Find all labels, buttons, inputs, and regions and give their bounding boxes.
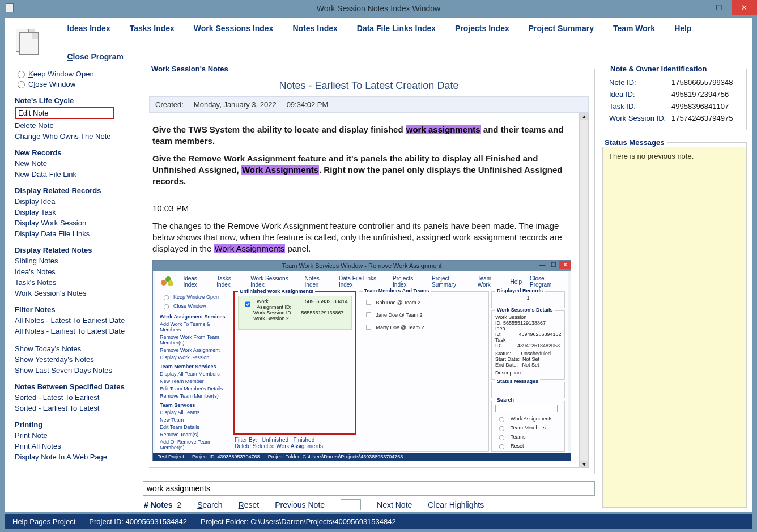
- menu-work-sessions-index[interactable]: Work Sessions Index: [194, 24, 274, 33]
- link-all-latest-earliest[interactable]: All Notes - Latest To Earliest Date: [15, 316, 133, 325]
- created-time: 09:34:02 PM: [287, 100, 329, 109]
- highlight-3: Work Assignments: [214, 244, 285, 253]
- heading-between-dates: Notes Between Specified Dates: [15, 382, 133, 391]
- notes-count-value: 2: [177, 500, 181, 509]
- link-display-data-file-links[interactable]: Display Data File Links: [15, 229, 133, 238]
- menu-help[interactable]: Help: [674, 24, 691, 33]
- status-project-folder: Project Folder: C:\Users\Darren\Projects…: [201, 517, 396, 526]
- menu-notes-index[interactable]: Notes Index: [292, 24, 337, 33]
- heading-related-records: Display Related Records: [15, 186, 133, 195]
- maximize-button[interactable]: ☐: [706, 0, 732, 15]
- title-bar: Work Session Notes Index Window — ☐ ✕: [0, 0, 757, 17]
- link-print-note[interactable]: Print Note: [15, 431, 133, 440]
- window-controls: — ☐ ✕: [681, 0, 757, 15]
- created-date: Monday, January 3, 2022: [194, 100, 277, 109]
- radio-close-window[interactable]: Close Window: [15, 79, 133, 88]
- menu-project-summary[interactable]: Project Summary: [529, 24, 594, 33]
- link-display-note-web[interactable]: Display Note In A Web Page: [15, 453, 133, 461]
- link-print-all-notes[interactable]: Print All Notes: [15, 442, 133, 450]
- window-title: Work Session Notes Index Window: [0, 4, 757, 13]
- menu-ideas-index[interactable]: Ideas Index: [67, 24, 110, 33]
- heading-lifecycle: Note's Life Cycle: [15, 96, 133, 105]
- highlight-2: Work Assignments: [241, 165, 319, 175]
- radio-keep-open[interactable]: Keep Window Open: [15, 69, 133, 78]
- link-edit-note[interactable]: Edit Note: [15, 107, 114, 119]
- right-column: Note & Owner Identification Note ID:1758…: [599, 65, 752, 512]
- link-all-earliest-latest[interactable]: All Notes - Earliest To Latest Date: [15, 327, 133, 335]
- close-button[interactable]: ✕: [732, 0, 757, 15]
- link-display-work-session[interactable]: Display Work Session: [15, 219, 133, 227]
- idea-id-label: Idea ID:: [608, 88, 670, 100]
- time-marker: 10:03 PM: [152, 203, 571, 214]
- notes-count-label: # Notes: [144, 500, 173, 509]
- link-new-note[interactable]: New Note: [15, 159, 133, 168]
- ws-id-value: 175742463794975: [670, 112, 741, 124]
- link-sorted-latest-earliest[interactable]: Sorted - Latest To Earliest: [15, 393, 133, 402]
- link-display-task[interactable]: Display Task: [15, 208, 133, 216]
- link-work-sessions-notes[interactable]: Work Session's Notes: [15, 289, 133, 297]
- status-project-name: Help Pages Project: [12, 517, 75, 526]
- ws-id-label: Work Session ID:: [608, 112, 670, 124]
- search-input[interactable]: [143, 481, 595, 496]
- notes-icon: [16, 29, 39, 56]
- embedded-screenshot: Team Work Services Window - Remove Work …: [152, 260, 571, 461]
- notes-sort-title: Notes - Earliest To Latest Creation Date: [149, 76, 589, 96]
- id-fieldset-legend: Note & Owner Identification: [608, 65, 709, 73]
- app-icon: [6, 3, 14, 12]
- link-change-owner[interactable]: Change Who Owns The Note: [15, 132, 133, 141]
- status-messages-box: There is no previous note.: [602, 147, 746, 508]
- link-display-idea[interactable]: Display Idea: [15, 197, 133, 206]
- link-show-today[interactable]: Show Today's Notes: [15, 344, 133, 353]
- scroll-up-icon[interactable]: ▲: [580, 113, 588, 120]
- created-bar: Created: Monday, January 3, 2022 09:34:0…: [149, 96, 589, 113]
- next-note-button[interactable]: Next Note: [377, 500, 412, 509]
- clear-highlights-button[interactable]: Clear Highlights: [428, 500, 484, 509]
- highlight-1: work assignments: [406, 125, 481, 134]
- note-id-value: 175806655799348: [670, 76, 741, 88]
- link-sibling-notes[interactable]: Sibling Notes: [15, 257, 133, 265]
- task-id-value: 49958396841107: [670, 100, 741, 112]
- menu-team-work[interactable]: Team Work: [613, 24, 655, 33]
- note-body[interactable]: Give the TWS System the ability to locat…: [149, 113, 580, 468]
- heading-filter-notes: Filter Notes: [15, 305, 133, 314]
- scroll-down-icon[interactable]: ▼: [580, 461, 588, 467]
- left-sidebar: Keep Window Open Close Window Note's Lif…: [5, 65, 138, 512]
- status-message-text: There is no previous note.: [609, 152, 694, 160]
- menu-close-program[interactable]: Close Program: [67, 52, 124, 61]
- notes-fieldset-legend: Work Session's Notes: [149, 65, 231, 73]
- menu-projects-index[interactable]: Projects Index: [455, 24, 509, 33]
- main-menubar: Ideas Index Tasks Index Work Sessions In…: [5, 18, 752, 65]
- menu-data-file-links-index[interactable]: Data File Links Index: [357, 24, 436, 33]
- idea-id-value: 49581972394756: [670, 88, 741, 100]
- heading-printing: Printing: [15, 420, 133, 429]
- reset-button[interactable]: Reset: [239, 500, 260, 509]
- link-new-data-file-link[interactable]: New Data File Link: [15, 170, 133, 178]
- link-show-yesterday[interactable]: Show Yesterday's Notes: [15, 355, 133, 364]
- heading-related-notes: Display Related Notes: [15, 246, 133, 254]
- note-scrollbar[interactable]: ▲ ▼: [580, 113, 589, 468]
- heading-new-records: New Records: [15, 148, 133, 157]
- minimize-button[interactable]: —: [681, 0, 706, 15]
- status-fieldset-legend: Status Messages: [602, 138, 667, 147]
- status-project-id: Project ID: 400956931534842: [89, 517, 187, 526]
- status-bar: Help Pages Project Project ID: 400956931…: [5, 514, 752, 529]
- center-column: Work Session's Notes Notes - Earliest To…: [138, 65, 599, 512]
- created-label: Created:: [155, 100, 184, 109]
- menu-tasks-index[interactable]: Tasks Index: [130, 24, 175, 33]
- page-number-box[interactable]: [341, 499, 361, 510]
- link-tasks-notes[interactable]: Task's Notes: [15, 278, 133, 287]
- link-show-last-seven[interactable]: Show Last Seven Days Notes: [15, 366, 133, 374]
- link-ideas-notes[interactable]: Idea's Notes: [15, 267, 133, 276]
- previous-note-button[interactable]: Previous Note: [275, 500, 325, 509]
- task-id-label: Task ID:: [608, 100, 670, 112]
- link-delete-note[interactable]: Delete Note: [15, 121, 133, 130]
- note-id-label: Note ID:: [608, 76, 670, 88]
- link-sorted-earliest-latest[interactable]: Sorted - Earliest To Latest: [15, 404, 133, 412]
- search-button[interactable]: Search: [197, 500, 222, 509]
